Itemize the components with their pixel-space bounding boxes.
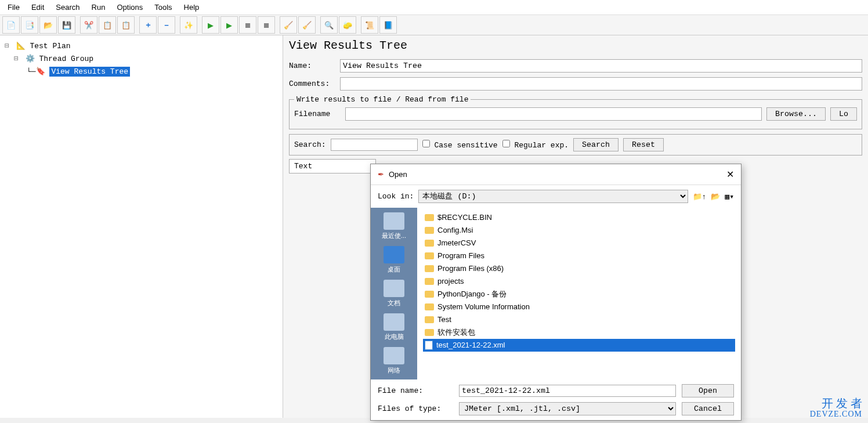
view-menu-icon[interactable]: ▦▾ [725, 192, 734, 201]
log-button[interactable]: Lo [830, 107, 857, 121]
close-icon[interactable]: ✕ [726, 169, 734, 180]
file-list[interactable]: $RECYCLE.BINConfig.MsiJmeterCSVProgram F… [417, 208, 741, 379]
collapse-icon[interactable]: ⊟ [5, 42, 9, 50]
file-name: projects [437, 276, 464, 287]
stop-icon[interactable]: ⏹ [239, 16, 256, 34]
file-name: JmeterCSV [437, 237, 476, 249]
folder-icon [425, 214, 434, 221]
copy-icon[interactable]: 📋 [99, 16, 116, 34]
folder-icon [425, 316, 434, 323]
browse-button[interactable]: Browse... [766, 107, 826, 121]
place-recent[interactable]: 最近使... [382, 212, 406, 240]
write-results-fieldset: Write results to file / Read from file F… [289, 95, 862, 129]
search-input[interactable] [331, 139, 418, 151]
search-label: Search: [294, 140, 326, 149]
menu-edit[interactable]: Edit [27, 2, 49, 13]
save-icon[interactable]: 💾 [58, 16, 75, 34]
watermark: 开 发 者 DEVZE.COM [810, 397, 862, 418]
folder-item[interactable]: projects [423, 275, 735, 288]
filename-label: Filename [294, 110, 341, 118]
jmeter-feather-icon: ✒ [378, 170, 384, 179]
dlg-filename-label: File name: [378, 386, 453, 395]
filename-input[interactable] [345, 107, 762, 121]
remove-icon[interactable]: − [158, 16, 175, 34]
folder-item[interactable]: System Volume Information [423, 301, 735, 313]
folder-icon [425, 303, 434, 310]
case-sensitive-checkbox[interactable]: Case sensitive [422, 140, 498, 150]
tree-panel: ⊟ 📐 Test Plan ⊟ ⚙️ Thread Group └─🔖 View… [0, 35, 283, 418]
folder-item[interactable]: Test [423, 313, 735, 326]
search-icon[interactable]: 🔍 [320, 16, 338, 34]
menubar: File Edit Search Run Options Tools Help [0, 0, 868, 15]
reset-button[interactable]: Reset [623, 138, 664, 151]
regex-checkbox[interactable]: Regular exp. [502, 140, 569, 150]
cut-icon[interactable]: ✂️ [80, 16, 97, 34]
cancel-button[interactable]: Cancel [682, 402, 734, 415]
fieldset-legend: Write results to file / Read from file [294, 95, 471, 104]
folder-icon [425, 227, 434, 234]
name-label: Name: [289, 62, 335, 70]
folder-item[interactable]: $RECYCLE.BIN [423, 211, 735, 224]
new-icon[interactable]: 📄 [2, 16, 20, 34]
new-folder-icon[interactable]: 📂 [711, 192, 720, 201]
menu-help[interactable]: Help [179, 2, 204, 13]
menu-options[interactable]: Options [112, 2, 147, 13]
menu-search[interactable]: Search [51, 2, 84, 13]
folder-item[interactable]: Program Files [423, 250, 735, 262]
place-documents[interactable]: 文档 [384, 280, 404, 308]
folder-item[interactable]: 软件安装包 [423, 326, 735, 339]
search-button[interactable]: Search [573, 138, 619, 151]
place-desktop[interactable]: 桌面 [384, 246, 404, 274]
renderer-select[interactable]: Text [289, 159, 376, 173]
menu-file[interactable]: File [3, 2, 24, 13]
tree-thread-group[interactable]: ⊟ ⚙️ Thread Group [14, 53, 278, 66]
file-item[interactable]: test_2021-12-22.xml [423, 339, 735, 352]
help-icon[interactable]: 📘 [379, 16, 397, 34]
function-helper-icon[interactable]: 📜 [361, 16, 378, 34]
reset-search-icon[interactable]: 🧽 [339, 16, 356, 34]
template-icon[interactable]: 📑 [21, 16, 38, 34]
add-icon[interactable]: ＋ [139, 16, 157, 34]
run-notimer-icon[interactable]: ▶ [220, 16, 238, 34]
folder-icon [425, 329, 434, 336]
lookin-select[interactable]: 本地磁盘 (D:) [418, 190, 688, 203]
collapse-icon[interactable]: ⊟ [14, 55, 19, 63]
folder-item[interactable]: Program Files (x86) [423, 262, 735, 275]
dlg-filetype-select[interactable]: JMeter [.xml, .jtl, .csv] [459, 402, 676, 415]
folder-item[interactable]: JmeterCSV [423, 237, 735, 250]
place-network[interactable]: 网络 [384, 347, 404, 375]
places-bar: 最近使... 桌面 文档 此电脑 网络 [371, 208, 417, 379]
file-icon [425, 341, 433, 350]
file-name: Test [437, 314, 451, 326]
file-name: 软件安装包 [437, 327, 475, 338]
wand-icon[interactable]: ✨ [180, 16, 197, 34]
shutdown-icon[interactable]: ⏹ [258, 16, 275, 34]
menu-tools[interactable]: Tools [150, 2, 176, 13]
place-thispc[interactable]: 此电脑 [384, 313, 404, 341]
tree-test-plan[interactable]: ⊟ 📐 Test Plan [5, 40, 278, 53]
file-name: $RECYCLE.BIN [437, 212, 492, 223]
dlg-filename-input[interactable] [459, 385, 676, 397]
paste-icon[interactable]: 📋 [117, 16, 135, 34]
folder-icon [425, 291, 434, 298]
folder-icon [425, 278, 434, 285]
comments-label: Comments: [289, 79, 335, 88]
folder-item[interactable]: Config.Msi [423, 224, 735, 237]
folder-item[interactable]: PythonDjango - 备份 [423, 288, 735, 301]
clear-icon[interactable]: 🧹 [280, 16, 297, 34]
file-name: Config.Msi [437, 225, 473, 236]
run-icon[interactable]: ▶ [202, 16, 219, 34]
comments-input[interactable] [340, 77, 862, 91]
file-name: PythonDjango - 备份 [437, 288, 507, 300]
folder-icon [425, 240, 434, 247]
menu-run[interactable]: Run [87, 2, 110, 13]
file-name: test_2021-12-22.xml [436, 339, 505, 351]
up-folder-icon[interactable]: 📁↑ [693, 192, 707, 201]
name-input[interactable] [340, 59, 862, 73]
open-button[interactable]: Open [682, 384, 734, 397]
open-icon[interactable]: 📂 [39, 16, 57, 34]
toolbar: 📄 📑 📂 💾 ✂️ 📋 📋 ＋ − ✨ ▶ ▶ ⏹ ⏹ 🧹 🧹 🔍 🧽 📜 📘 [0, 15, 868, 35]
clear-all-icon[interactable]: 🧹 [298, 16, 316, 34]
tree-view-results[interactable]: └─🔖 View Results Tree [27, 66, 278, 78]
dialog-title: Open [389, 170, 407, 179]
